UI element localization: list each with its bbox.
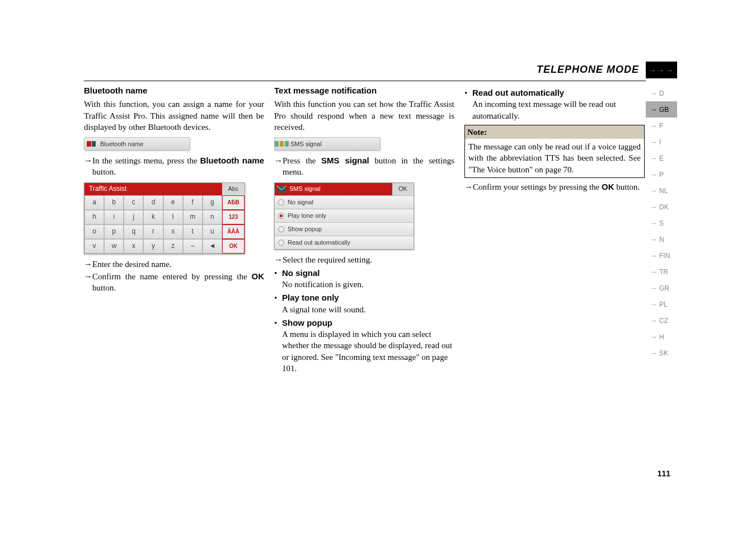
- key-side-ok[interactable]: OK: [222, 239, 245, 254]
- key[interactable]: i: [104, 210, 124, 224]
- step-arrow-icon: →: [84, 155, 92, 178]
- bluetooth-button-label: Bluetooth name: [100, 140, 143, 148]
- step-confirm-name: → Confirm the name entered by pressing t…: [84, 271, 264, 294]
- keyboard-grid: a b c d e f g АБВ h i j k l m n 123 o: [84, 195, 245, 254]
- key[interactable]: x: [124, 239, 143, 254]
- arrow-icon: →: [650, 154, 657, 162]
- language-tab-h[interactable]: →H: [646, 329, 677, 345]
- language-tab-e[interactable]: →E: [646, 150, 677, 166]
- header-rule: [84, 81, 646, 81]
- language-tab-i[interactable]: →I: [646, 134, 677, 150]
- key[interactable]: w: [104, 239, 124, 254]
- key[interactable]: –: [183, 239, 203, 254]
- sms-panel-ok-button[interactable]: OK: [392, 183, 414, 195]
- language-tab-cz[interactable]: →CZ: [646, 312, 677, 329]
- key[interactable]: g: [203, 195, 222, 210]
- key[interactable]: t: [183, 224, 203, 239]
- sms-signal-button[interactable]: SMS signal: [274, 137, 381, 151]
- language-tab-p[interactable]: →P: [646, 166, 677, 182]
- key[interactable]: f: [183, 195, 203, 210]
- sms-option-show-popup[interactable]: Show popup: [275, 222, 414, 236]
- radio-icon: [278, 226, 284, 232]
- key[interactable]: h: [84, 210, 104, 224]
- sms-icon: [275, 138, 288, 150]
- key[interactable]: z: [163, 239, 183, 254]
- sms-option-no-signal[interactable]: No signal: [275, 195, 414, 209]
- bluetooth-icon: [84, 138, 98, 150]
- bluetooth-name-heading: Bluetooth name: [84, 85, 264, 96]
- key[interactable]: p: [104, 224, 124, 239]
- language-tab-dk[interactable]: →DK: [646, 199, 677, 215]
- language-tab-nl[interactable]: →NL: [646, 182, 677, 199]
- key-side-accents[interactable]: ÄÁÀ: [222, 224, 245, 239]
- arrow-icon: →: [650, 301, 657, 308]
- key[interactable]: q: [124, 224, 143, 239]
- key[interactable]: m: [183, 210, 203, 224]
- key[interactable]: v: [84, 239, 104, 254]
- arrow-icon: →: [650, 138, 657, 146]
- arrow-icon: →: [650, 203, 657, 211]
- arrow-icon: →: [650, 317, 657, 325]
- keyboard-mode-abc[interactable]: Abc: [222, 183, 245, 195]
- arrow-icon: →: [650, 171, 657, 179]
- arrow-icon: →: [650, 333, 657, 341]
- language-tab-gb[interactable]: →GB: [646, 101, 677, 118]
- key[interactable]: l: [163, 210, 183, 224]
- sms-option-play-tone[interactable]: Play tone only: [275, 209, 414, 222]
- key-side-cyrillic[interactable]: АБВ: [222, 195, 245, 210]
- language-tab-sk[interactable]: →SK: [646, 345, 677, 361]
- step-arrow-icon: →: [464, 181, 473, 193]
- sms-notification-intro: With this function you can set how the T…: [274, 99, 454, 133]
- keyboard-title: Traffic Assist: [84, 184, 222, 193]
- arrow-icon: →: [650, 268, 657, 276]
- language-tab-d[interactable]: →D: [646, 85, 677, 101]
- language-tabs: →D→GB→F→I→E→P→NL→DK→S→N→FIN→TR→GR→PL→CZ→…: [646, 85, 677, 361]
- arrow-icon: →: [650, 284, 657, 292]
- key[interactable]: b: [104, 195, 124, 210]
- key[interactable]: a: [84, 195, 104, 210]
- sms-panel-header: SMS signal OK: [275, 183, 414, 195]
- bullet-icon: •: [274, 317, 282, 329]
- language-tab-fin[interactable]: →FIN: [646, 247, 677, 264]
- language-tab-f[interactable]: →F: [646, 118, 677, 134]
- bullet-read-out: •Read out automatically An incoming text…: [464, 87, 645, 121]
- page-number: 111: [658, 469, 670, 478]
- language-tab-s[interactable]: →S: [646, 215, 677, 231]
- key[interactable]: u: [203, 224, 222, 239]
- key[interactable]: r: [143, 224, 163, 239]
- key[interactable]: s: [163, 224, 183, 239]
- language-tab-tr[interactable]: →TR: [646, 264, 677, 280]
- key[interactable]: y: [143, 239, 163, 254]
- column-1: Bluetooth name With this function, you c…: [84, 85, 264, 374]
- step-text: In the settings menu, press the Bluetoot…: [92, 155, 264, 178]
- key[interactable]: k: [143, 210, 163, 224]
- key[interactable]: n: [203, 210, 222, 224]
- bullet-play-tone: •Play tone only A signal tone will sound…: [274, 292, 454, 315]
- language-tab-n[interactable]: →N: [646, 231, 677, 247]
- key[interactable]: d: [143, 195, 163, 210]
- note-body: The message can only be read out if a vo…: [468, 141, 641, 175]
- key-backspace[interactable]: ◄: [203, 239, 222, 254]
- arrow-icon: →: [650, 349, 657, 357]
- step-press-sms: → Press the SMS signal button in the set…: [274, 155, 454, 178]
- arrow-icon: →: [650, 122, 657, 130]
- header-bar: TELEPHONE MODE →→→: [537, 62, 677, 78]
- key[interactable]: e: [163, 195, 183, 210]
- svg-rect-2: [275, 141, 279, 147]
- sms-signal-panel: SMS signal OK No signal Play tone only S…: [274, 182, 414, 250]
- step-arrow-icon: →: [274, 254, 283, 265]
- language-tab-pl[interactable]: →PL: [646, 296, 677, 312]
- sms-option-read-out[interactable]: Read out automatically: [275, 236, 414, 249]
- key[interactable]: j: [124, 210, 143, 224]
- key-side-numbers[interactable]: 123: [222, 210, 245, 224]
- key[interactable]: c: [124, 195, 143, 210]
- bluetooth-name-button[interactable]: Bluetooth name: [84, 137, 190, 151]
- language-tab-gr[interactable]: →GR: [646, 280, 677, 296]
- key[interactable]: o: [84, 224, 104, 239]
- bullet-icon: •: [464, 87, 472, 99]
- radio-icon: [278, 199, 284, 205]
- step-enter-name: → Enter the desired name.: [84, 259, 264, 270]
- step-open-bt-name: → In the settings menu, press the Blueto…: [84, 155, 264, 178]
- bullet-icon: •: [274, 292, 282, 303]
- keyboard-title-bar: Traffic Assist Abc: [84, 183, 245, 195]
